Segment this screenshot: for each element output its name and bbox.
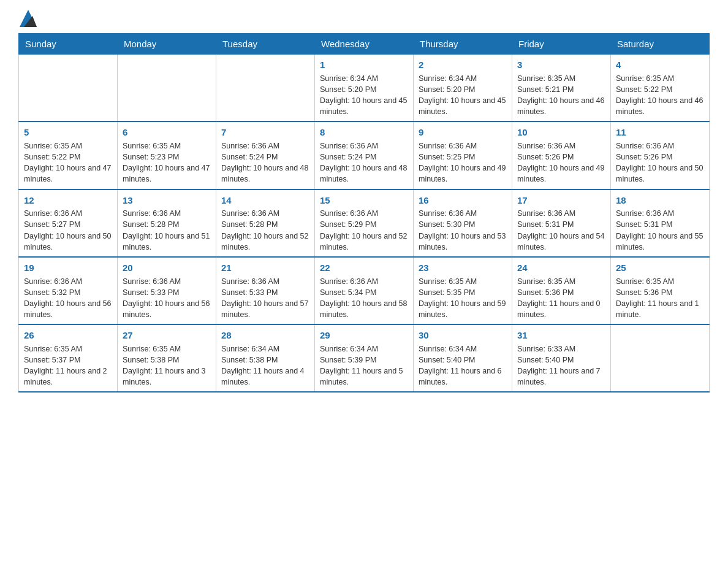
day-info: Sunrise: 6:35 AM Sunset: 5:37 PM Dayligh… — [24, 343, 112, 388]
day-number: 24 — [517, 261, 605, 275]
day-number: 9 — [419, 126, 507, 139]
day-number: 17 — [517, 194, 605, 207]
day-info: Sunrise: 6:35 AM Sunset: 5:35 PM Dayligh… — [419, 276, 507, 321]
calendar-cell: 2Sunrise: 6:34 AM Sunset: 5:20 PM Daylig… — [414, 55, 512, 122]
day-info: Sunrise: 6:36 AM Sunset: 5:33 PM Dayligh… — [221, 276, 309, 321]
calendar-week-2: 5Sunrise: 6:35 AM Sunset: 5:22 PM Daylig… — [19, 121, 710, 189]
day-info: Sunrise: 6:34 AM Sunset: 5:38 PM Dayligh… — [221, 343, 309, 388]
day-number: 5 — [24, 126, 112, 139]
calendar-cell: 9Sunrise: 6:36 AM Sunset: 5:25 PM Daylig… — [414, 121, 512, 189]
day-info: Sunrise: 6:36 AM Sunset: 5:29 PM Dayligh… — [320, 208, 408, 253]
day-info: Sunrise: 6:35 AM Sunset: 5:36 PM Dayligh… — [616, 276, 704, 321]
weekday-header-row: SundayMondayTuesdayWednesdayThursdayFrid… — [19, 34, 710, 55]
calendar-cell: 23Sunrise: 6:35 AM Sunset: 5:35 PM Dayli… — [414, 257, 512, 324]
calendar-cell — [118, 55, 216, 122]
calendar-cell: 10Sunrise: 6:36 AM Sunset: 5:26 PM Dayli… — [512, 121, 611, 189]
calendar-week-3: 12Sunrise: 6:36 AM Sunset: 5:27 PM Dayli… — [19, 190, 710, 257]
day-number: 1 — [320, 58, 408, 72]
calendar-table: SundayMondayTuesdayWednesdayThursdayFrid… — [18, 33, 710, 393]
calendar-cell: 25Sunrise: 6:35 AM Sunset: 5:36 PM Dayli… — [611, 257, 710, 324]
weekday-header-sunday: Sunday — [19, 34, 118, 55]
calendar-cell — [216, 55, 315, 122]
day-info: Sunrise: 6:36 AM Sunset: 5:34 PM Dayligh… — [320, 276, 408, 321]
day-number: 14 — [221, 194, 309, 207]
day-number: 29 — [320, 329, 408, 342]
day-info: Sunrise: 6:35 AM Sunset: 5:38 PM Dayligh… — [123, 343, 211, 388]
day-info: Sunrise: 6:34 AM Sunset: 5:40 PM Dayligh… — [419, 343, 507, 388]
day-info: Sunrise: 6:36 AM Sunset: 5:26 PM Dayligh… — [616, 140, 704, 185]
day-info: Sunrise: 6:36 AM Sunset: 5:30 PM Dayligh… — [419, 208, 507, 253]
day-info: Sunrise: 6:36 AM Sunset: 5:31 PM Dayligh… — [616, 208, 704, 253]
day-number: 30 — [419, 329, 507, 342]
calendar-body: 1Sunrise: 6:34 AM Sunset: 5:20 PM Daylig… — [19, 55, 710, 393]
day-info: Sunrise: 6:35 AM Sunset: 5:22 PM Dayligh… — [24, 140, 112, 185]
day-number: 23 — [419, 261, 507, 275]
calendar-cell: 1Sunrise: 6:34 AM Sunset: 5:20 PM Daylig… — [315, 55, 414, 122]
calendar-cell: 31Sunrise: 6:33 AM Sunset: 5:40 PM Dayli… — [512, 324, 611, 392]
day-number: 28 — [221, 329, 309, 342]
calendar-cell: 13Sunrise: 6:36 AM Sunset: 5:28 PM Dayli… — [118, 190, 216, 257]
calendar-cell: 18Sunrise: 6:36 AM Sunset: 5:31 PM Dayli… — [611, 190, 710, 257]
day-number: 25 — [616, 261, 704, 275]
logo — [18, 12, 37, 27]
day-info: Sunrise: 6:35 AM Sunset: 5:23 PM Dayligh… — [123, 140, 211, 185]
day-info: Sunrise: 6:34 AM Sunset: 5:20 PM Dayligh… — [320, 73, 408, 118]
calendar-cell: 24Sunrise: 6:35 AM Sunset: 5:36 PM Dayli… — [512, 257, 611, 324]
page-header — [18, 12, 710, 27]
day-info: Sunrise: 6:35 AM Sunset: 5:22 PM Dayligh… — [616, 73, 704, 118]
weekday-header-tuesday: Tuesday — [216, 34, 315, 55]
day-number: 26 — [24, 329, 112, 342]
calendar-cell: 26Sunrise: 6:35 AM Sunset: 5:37 PM Dayli… — [19, 324, 118, 392]
calendar-cell: 4Sunrise: 6:35 AM Sunset: 5:22 PM Daylig… — [611, 55, 710, 122]
day-info: Sunrise: 6:34 AM Sunset: 5:20 PM Dayligh… — [419, 73, 507, 118]
calendar-cell: 30Sunrise: 6:34 AM Sunset: 5:40 PM Dayli… — [414, 324, 512, 392]
day-number: 22 — [320, 261, 408, 275]
day-number: 27 — [123, 329, 211, 342]
calendar-cell: 7Sunrise: 6:36 AM Sunset: 5:24 PM Daylig… — [216, 121, 315, 189]
logo-icon — [20, 10, 37, 27]
day-info: Sunrise: 6:36 AM Sunset: 5:28 PM Dayligh… — [123, 208, 211, 253]
day-number: 11 — [616, 126, 704, 139]
calendar-header: SundayMondayTuesdayWednesdayThursdayFrid… — [19, 34, 710, 55]
weekday-header-thursday: Thursday — [414, 34, 512, 55]
day-info: Sunrise: 6:36 AM Sunset: 5:25 PM Dayligh… — [419, 140, 507, 185]
calendar-cell — [19, 55, 118, 122]
calendar-cell: 28Sunrise: 6:34 AM Sunset: 5:38 PM Dayli… — [216, 324, 315, 392]
day-info: Sunrise: 6:34 AM Sunset: 5:39 PM Dayligh… — [320, 343, 408, 388]
day-info: Sunrise: 6:35 AM Sunset: 5:21 PM Dayligh… — [517, 73, 605, 118]
calendar-cell: 3Sunrise: 6:35 AM Sunset: 5:21 PM Daylig… — [512, 55, 611, 122]
calendar-cell: 21Sunrise: 6:36 AM Sunset: 5:33 PM Dayli… — [216, 257, 315, 324]
calendar-cell: 11Sunrise: 6:36 AM Sunset: 5:26 PM Dayli… — [611, 121, 710, 189]
calendar-cell: 14Sunrise: 6:36 AM Sunset: 5:28 PM Dayli… — [216, 190, 315, 257]
day-info: Sunrise: 6:36 AM Sunset: 5:26 PM Dayligh… — [517, 140, 605, 185]
day-number: 6 — [123, 126, 211, 139]
day-info: Sunrise: 6:36 AM Sunset: 5:31 PM Dayligh… — [517, 208, 605, 253]
day-number: 10 — [517, 126, 605, 139]
day-number: 20 — [123, 261, 211, 275]
day-info: Sunrise: 6:36 AM Sunset: 5:24 PM Dayligh… — [320, 140, 408, 185]
calendar-cell: 29Sunrise: 6:34 AM Sunset: 5:39 PM Dayli… — [315, 324, 414, 392]
day-info: Sunrise: 6:36 AM Sunset: 5:32 PM Dayligh… — [24, 276, 112, 321]
day-number: 7 — [221, 126, 309, 139]
day-number: 4 — [616, 58, 704, 72]
calendar-cell: 12Sunrise: 6:36 AM Sunset: 5:27 PM Dayli… — [19, 190, 118, 257]
day-number: 13 — [123, 194, 211, 207]
day-number: 15 — [320, 194, 408, 207]
calendar-cell: 17Sunrise: 6:36 AM Sunset: 5:31 PM Dayli… — [512, 190, 611, 257]
day-info: Sunrise: 6:36 AM Sunset: 5:28 PM Dayligh… — [221, 208, 309, 253]
calendar-week-4: 19Sunrise: 6:36 AM Sunset: 5:32 PM Dayli… — [19, 257, 710, 324]
day-info: Sunrise: 6:36 AM Sunset: 5:27 PM Dayligh… — [24, 208, 112, 253]
day-number: 31 — [517, 329, 605, 342]
calendar-cell: 20Sunrise: 6:36 AM Sunset: 5:33 PM Dayli… — [118, 257, 216, 324]
day-number: 21 — [221, 261, 309, 275]
calendar-cell: 19Sunrise: 6:36 AM Sunset: 5:32 PM Dayli… — [19, 257, 118, 324]
day-number: 16 — [419, 194, 507, 207]
calendar-cell — [611, 324, 710, 392]
calendar-cell: 27Sunrise: 6:35 AM Sunset: 5:38 PM Dayli… — [118, 324, 216, 392]
calendar-cell: 6Sunrise: 6:35 AM Sunset: 5:23 PM Daylig… — [118, 121, 216, 189]
weekday-header-friday: Friday — [512, 34, 611, 55]
day-info: Sunrise: 6:33 AM Sunset: 5:40 PM Dayligh… — [517, 343, 605, 388]
day-number: 18 — [616, 194, 704, 207]
calendar-cell: 16Sunrise: 6:36 AM Sunset: 5:30 PM Dayli… — [414, 190, 512, 257]
day-number: 2 — [419, 58, 507, 72]
